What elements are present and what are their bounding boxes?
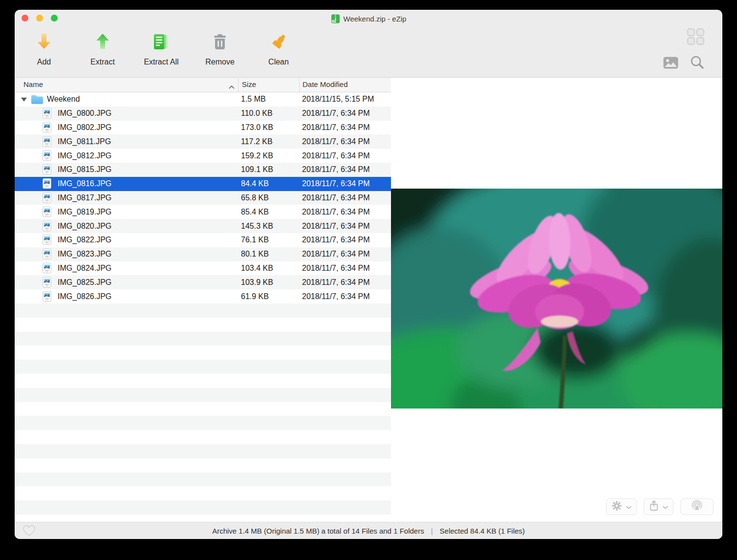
arrow-up-icon [94, 31, 111, 54]
empty-row [15, 486, 391, 500]
trash-icon [211, 31, 229, 54]
clean-button[interactable]: Clean [249, 27, 308, 78]
airdrop-button[interactable] [680, 498, 714, 515]
airdrop-icon [691, 500, 703, 514]
file-size: 65.8 KB [241, 194, 269, 202]
add-button[interactable]: Add [15, 27, 73, 78]
disclosure-triangle-icon[interactable] [21, 98, 27, 102]
table-row[interactable]: IMG_0815.JPG 109.1 KB 2018/11/7, 6:34 PM [15, 163, 391, 177]
preview-toggle-button[interactable] [663, 57, 678, 71]
empty-row [15, 458, 391, 473]
file-name: IMG_0819.JPG [58, 208, 111, 216]
file-size: 173.0 KB [241, 123, 273, 132]
view-grid-button[interactable] [687, 28, 705, 47]
extract-all-label: Extract All [144, 58, 178, 66]
sort-ascending-icon[interactable] [229, 82, 235, 90]
table-row[interactable]: IMG_0824.JPG 103.4 KB 2018/11/7, 6:34 PM [15, 261, 391, 276]
search-icon [690, 63, 705, 71]
arrow-down-icon [35, 31, 53, 54]
file-name: IMG_0820.JPG [58, 222, 111, 231]
file-name: IMG_0822.JPG [58, 236, 111, 244]
file-date: 2018/11/7, 6:34 PM [302, 236, 369, 244]
file-name: IMG_0816.JPG [58, 179, 111, 188]
empty-row [15, 444, 391, 458]
jpeg-file-icon [43, 122, 51, 133]
empty-row [15, 303, 391, 318]
empty-row [15, 430, 391, 444]
toolbar: Add Extract [15, 27, 722, 77]
table-row[interactable]: IMG_0816.JPG 84.4 KB 2018/11/7, 6:34 PM [15, 177, 391, 191]
file-name: IMG_0826.JPG [58, 292, 111, 301]
file-size: 85.4 KB [241, 208, 269, 216]
file-size: 110.0 KB [241, 109, 273, 118]
file-size: 103.4 KB [241, 264, 273, 273]
preview-image-lotus [391, 189, 722, 409]
search-button[interactable] [690, 55, 705, 72]
share-button[interactable] [644, 498, 673, 515]
table-row[interactable]: IMG_0812.JPG 159.2 KB 2018/11/7, 6:34 PM [15, 149, 391, 163]
jpeg-file-icon [43, 178, 51, 190]
extract-all-button[interactable]: Extract All [132, 27, 191, 78]
file-name: IMG_0815.JPG [58, 165, 111, 174]
titlebar[interactable]: ZIP Weekend.zip - eZip [15, 10, 722, 27]
empty-row [15, 318, 391, 332]
file-name: IMG_0802.JPG [58, 123, 111, 132]
empty-row [15, 473, 391, 487]
column-header-date[interactable]: Date Modified [303, 80, 348, 88]
column-header-name[interactable]: Name [23, 80, 43, 88]
jpeg-file-icon [43, 235, 51, 246]
column-divider[interactable] [238, 78, 238, 92]
share-icon [649, 500, 659, 514]
remove-button[interactable]: Remove [191, 27, 249, 78]
table-row[interactable]: IMG_0826.JPG 61.9 KB 2018/11/7, 6:34 PM [15, 289, 391, 303]
file-date: 2018/11/15, 5:15 PM [302, 95, 374, 104]
file-size: 117.2 KB [241, 137, 273, 146]
jpeg-file-icon [43, 291, 51, 302]
file-date: 2018/11/7, 6:34 PM [302, 179, 369, 188]
content-area: Name Size Date Modified [15, 77, 722, 522]
zip-document-icon: ZIP [331, 14, 340, 23]
table-row[interactable]: IMG_0822.JPG 76.1 KB 2018/11/7, 6:34 PM [15, 233, 391, 247]
jpeg-file-icon [43, 164, 51, 175]
file-date: 2018/11/7, 6:34 PM [302, 222, 369, 231]
file-name: IMG_0811.JPG [58, 137, 111, 146]
file-name: IMG_0825.JPG [58, 278, 111, 287]
table-row[interactable]: IMG_0825.JPG 103.9 KB 2018/11/7, 6:34 PM [15, 275, 391, 289]
window-title: Weekend.zip - eZip [344, 15, 407, 23]
statusbar: Archive 1.4 MB (Original 1.5 MB) a total… [15, 522, 722, 539]
table-row[interactable]: IMG_0820.JPG 145.3 KB 2018/11/7, 6:34 PM [15, 219, 391, 233]
brush-icon [269, 31, 288, 54]
jpeg-file-icon [43, 206, 51, 217]
file-date: 2018/11/7, 6:34 PM [302, 137, 369, 146]
status-separator: | [431, 527, 433, 535]
file-size: 103.9 KB [241, 278, 273, 287]
file-name: IMG_0824.JPG [58, 264, 111, 273]
empty-row [15, 345, 391, 360]
jpeg-file-icon [43, 192, 51, 203]
table-row[interactable]: IMG_0823.JPG 80.1 KB 2018/11/7, 6:34 PM [15, 247, 391, 261]
archive-file-list: Name Size Date Modified [15, 78, 391, 522]
extract-label: Extract [90, 58, 115, 66]
preview-actions [606, 498, 714, 515]
table-row[interactable]: IMG_0800.JPG 110.0 KB 2018/11/7, 6:34 PM [15, 107, 391, 121]
file-date: 2018/11/7, 6:34 PM [302, 292, 369, 301]
jpeg-file-icon [43, 150, 51, 161]
jpeg-file-icon [43, 277, 51, 288]
table-row[interactable]: IMG_0819.JPG 85.4 KB 2018/11/7, 6:34 PM [15, 205, 391, 219]
empty-row [15, 374, 391, 388]
file-size: 159.2 KB [241, 151, 273, 160]
file-date: 2018/11/7, 6:34 PM [302, 194, 369, 202]
file-date: 2018/11/7, 6:34 PM [302, 250, 369, 258]
table-row[interactable]: Weekend 1.5 MB 2018/11/15, 5:15 PM [15, 92, 391, 107]
extract-button[interactable]: Extract [73, 27, 132, 78]
table-row[interactable]: IMG_0811.JPG 117.2 KB 2018/11/7, 6:34 PM [15, 134, 391, 149]
column-divider[interactable] [299, 78, 300, 92]
empty-row [15, 360, 391, 374]
preview-pane [391, 78, 722, 522]
table-row[interactable]: IMG_0817.JPG 65.8 KB 2018/11/7, 6:34 PM [15, 191, 391, 205]
table-row[interactable]: IMG_0802.JPG 173.0 KB 2018/11/7, 6:34 PM [15, 121, 391, 135]
settings-button[interactable] [606, 498, 637, 515]
file-name: Weekend [47, 95, 80, 104]
file-size: 84.4 KB [241, 179, 269, 188]
column-header-size[interactable]: Size [242, 80, 256, 88]
